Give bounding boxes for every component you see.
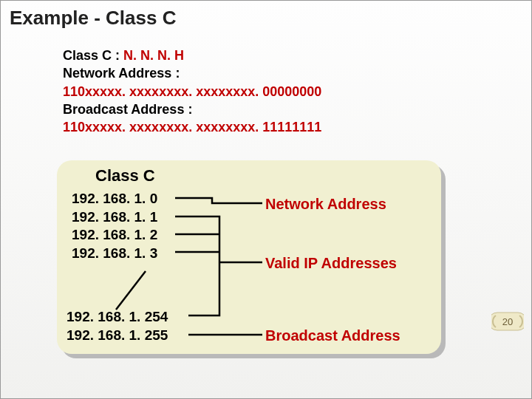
ip-row: 192. 168. 1. 1 bbox=[72, 208, 157, 227]
def-line-5: 110xxxxx. xxxxxxxx. xxxxxxxx. 11111111 bbox=[63, 118, 321, 136]
def-line-1-pattern: N. N. N. H bbox=[123, 48, 184, 63]
def-line-1-prefix: Class C : bbox=[63, 48, 123, 63]
page-number-badge: 20 bbox=[491, 310, 524, 333]
def-line-4: Broadcast Address : bbox=[63, 100, 321, 118]
ip-row: 192. 168. 1. 254 bbox=[66, 308, 168, 327]
label-network-address: Network Address bbox=[265, 196, 386, 213]
def-line-3: 110xxxxx. xxxxxxxx. xxxxxxxx. 00000000 bbox=[63, 83, 321, 100]
ip-row: 192. 168. 1. 2 bbox=[72, 226, 157, 245]
label-valid-ip: Valid IP Addresses bbox=[265, 255, 397, 272]
ip-row: 192. 168. 1. 3 bbox=[72, 245, 157, 263]
ip-list-bottom: 192. 168. 1. 254 192. 168. 1. 255 bbox=[66, 308, 168, 344]
label-broadcast-address: Broadcast Address bbox=[265, 327, 400, 344]
ip-list-top: 192. 168. 1. 0 192. 168. 1. 1 192. 168. … bbox=[72, 190, 157, 263]
example-panel: Class C 192. 168. 1. 0 192. 168. 1. 1 19… bbox=[57, 160, 441, 354]
definition-block: Class C : N. N. N. H Network Address : 1… bbox=[63, 47, 321, 136]
slide: Example - Class C Class C : N. N. N. H N… bbox=[0, 0, 532, 399]
page-number: 20 bbox=[491, 310, 524, 333]
ip-row: 192. 168. 1. 255 bbox=[66, 327, 168, 345]
panel-heading: Class C bbox=[95, 166, 155, 185]
def-line-1: Class C : N. N. N. H bbox=[63, 47, 321, 64]
slide-title: Example - Class C bbox=[10, 7, 176, 30]
ip-row: 192. 168. 1. 0 bbox=[72, 190, 157, 208]
def-line-2: Network Address : bbox=[63, 64, 321, 82]
